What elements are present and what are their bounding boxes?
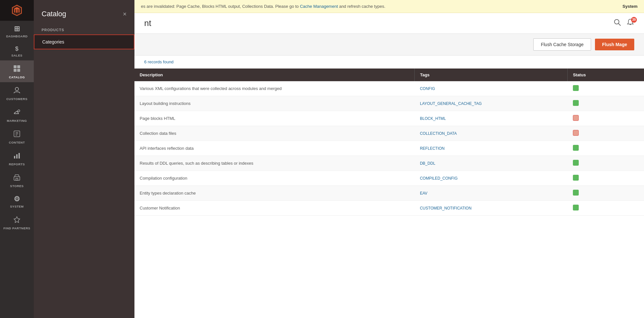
records-info: 6 records found bbox=[134, 56, 644, 69]
header-actions: 39 bbox=[613, 19, 634, 28]
svg-rect-10 bbox=[14, 156, 15, 159]
cell-tags: EAV bbox=[415, 186, 568, 201]
marketing-icon bbox=[13, 108, 20, 117]
cache-management-link[interactable]: Cache Management bbox=[300, 4, 338, 9]
svg-rect-3 bbox=[17, 69, 20, 72]
cell-tags: REFLECTION bbox=[415, 141, 568, 156]
cell-description: Collection data files bbox=[134, 126, 415, 141]
svg-point-4 bbox=[15, 87, 19, 91]
cell-status bbox=[568, 141, 644, 156]
cell-status bbox=[568, 186, 644, 201]
table-row: Page blocks HTMLBLOCK_HTML bbox=[134, 111, 644, 126]
cell-tags: LAYOUT_GENERAL_CACHE_TAG bbox=[415, 96, 568, 111]
sidebar-item-catalog[interactable]: CATALOG bbox=[0, 60, 34, 82]
cell-description: Compilation configuration bbox=[134, 171, 415, 186]
table-row: Collection data filesCOLLECTION_DATA bbox=[134, 126, 644, 141]
reports-icon bbox=[13, 152, 20, 160]
catalog-flyout-panel: Catalog × Products Categories bbox=[34, 0, 134, 318]
status-indicator[interactable] bbox=[573, 190, 579, 196]
cell-tags: CONFIG bbox=[415, 81, 568, 96]
cell-description: Layout building instructions bbox=[134, 96, 415, 111]
catalog-panel-close-button[interactable]: × bbox=[123, 10, 127, 18]
svg-rect-2 bbox=[14, 69, 17, 72]
catalog-menu-item-categories[interactable]: Categories bbox=[34, 34, 134, 49]
svg-rect-1 bbox=[17, 65, 20, 68]
records-count-link[interactable]: 6 records found bbox=[144, 59, 173, 64]
content-icon bbox=[13, 130, 20, 139]
logo[interactable] bbox=[0, 0, 34, 21]
cell-tags: DB_DDL bbox=[415, 156, 568, 171]
table-row: Compilation configurationCOMPILED_CONFIG bbox=[134, 171, 644, 186]
main-content: es are invalidated: Page Cache, Blocks H… bbox=[134, 0, 644, 318]
cell-status bbox=[568, 201, 644, 216]
system-icon: ⚙ bbox=[14, 196, 20, 203]
table-row: API interfaces reflection dataREFLECTION bbox=[134, 141, 644, 156]
page-header: nt 39 bbox=[134, 13, 644, 34]
flush-cache-storage-button[interactable]: Flush Cache Storage bbox=[533, 38, 591, 51]
system-label: System bbox=[623, 4, 638, 9]
status-indicator[interactable] bbox=[573, 205, 579, 210]
table-row: Customer NotificationCUSTOMER_NOTIFICATI… bbox=[134, 201, 644, 216]
sidebar-item-find-partners[interactable]: FIND PARTNERS bbox=[0, 211, 34, 233]
notification-count-badge: 39 bbox=[631, 17, 637, 23]
catalog-panel-title: Catalog bbox=[42, 10, 66, 18]
sidebar-item-marketing[interactable]: MARKETING bbox=[0, 104, 34, 126]
catalog-section-products-label: Products bbox=[34, 25, 134, 34]
cache-toolbar: Flush Cache Storage Flush Mage bbox=[134, 34, 644, 56]
cell-description: Page blocks HTML bbox=[134, 111, 415, 126]
sidebar: ⊞ DASHBOARD $ SALES CATALOG CUSTOMERS bbox=[0, 0, 34, 318]
svg-point-5 bbox=[18, 110, 20, 112]
sidebar-item-dashboard[interactable]: ⊞ DASHBOARD bbox=[0, 21, 34, 41]
column-header-tags: Tags bbox=[415, 69, 568, 81]
sidebar-item-content[interactable]: CONTENT bbox=[0, 126, 34, 147]
sidebar-item-stores[interactable]: STORES bbox=[0, 169, 34, 191]
customers-icon bbox=[13, 87, 20, 95]
status-indicator[interactable] bbox=[573, 100, 579, 106]
search-button[interactable] bbox=[613, 19, 621, 28]
cell-description: Results of DDL queries, such as describi… bbox=[134, 156, 415, 171]
cell-tags: CUSTOMER_NOTIFICATION bbox=[415, 201, 568, 216]
content-area: Description Tags Status Various XML conf… bbox=[134, 69, 644, 318]
page-header-left: nt bbox=[144, 18, 151, 28]
column-header-description: Description bbox=[134, 69, 415, 81]
cell-status bbox=[568, 111, 644, 126]
cell-description: Entity types declaration cache bbox=[134, 186, 415, 201]
cell-status bbox=[568, 156, 644, 171]
sidebar-item-reports[interactable]: REPORTS bbox=[0, 147, 34, 169]
svg-point-16 bbox=[614, 19, 619, 24]
cache-table: Description Tags Status Various XML conf… bbox=[134, 69, 644, 216]
sidebar-item-customers[interactable]: CUSTOMERS bbox=[0, 82, 34, 104]
catalog-icon bbox=[13, 65, 20, 73]
sidebar-item-sales[interactable]: $ SALES bbox=[0, 41, 34, 60]
table-row: Various XML configurations that were col… bbox=[134, 81, 644, 96]
page-title: nt bbox=[144, 18, 151, 28]
notification-bell[interactable]: 39 bbox=[626, 19, 634, 28]
cell-status bbox=[568, 126, 644, 141]
column-header-status: Status bbox=[568, 69, 644, 81]
status-indicator[interactable] bbox=[573, 175, 579, 181]
flush-mage-button[interactable]: Flush Mage bbox=[595, 39, 634, 50]
status-indicator[interactable] bbox=[573, 130, 579, 136]
cell-tags: BLOCK_HTML bbox=[415, 111, 568, 126]
notification-suffix: and refresh cache types. bbox=[339, 4, 385, 9]
cell-tags: COLLECTION_DATA bbox=[415, 126, 568, 141]
cell-status bbox=[568, 171, 644, 186]
table-row: Entity types declaration cacheEAV bbox=[134, 186, 644, 201]
cell-description: Customer Notification bbox=[134, 201, 415, 216]
status-indicator[interactable] bbox=[573, 115, 579, 121]
status-indicator[interactable] bbox=[573, 145, 579, 151]
svg-rect-0 bbox=[14, 65, 17, 68]
sales-icon: $ bbox=[15, 46, 19, 52]
cell-status bbox=[568, 81, 644, 96]
cell-status bbox=[568, 96, 644, 111]
table-row: Results of DDL queries, such as describi… bbox=[134, 156, 644, 171]
cell-tags: COMPILED_CONFIG bbox=[415, 171, 568, 186]
status-indicator[interactable] bbox=[573, 85, 579, 91]
status-indicator[interactable] bbox=[573, 160, 579, 166]
svg-line-17 bbox=[618, 23, 621, 26]
cell-description: API interfaces reflection data bbox=[134, 141, 415, 156]
records-count: 6 bbox=[144, 59, 146, 64]
dashboard-icon: ⊞ bbox=[14, 25, 20, 32]
cell-description: Various XML configurations that were col… bbox=[134, 81, 415, 96]
sidebar-item-system[interactable]: ⚙ SYSTEM bbox=[0, 191, 34, 211]
